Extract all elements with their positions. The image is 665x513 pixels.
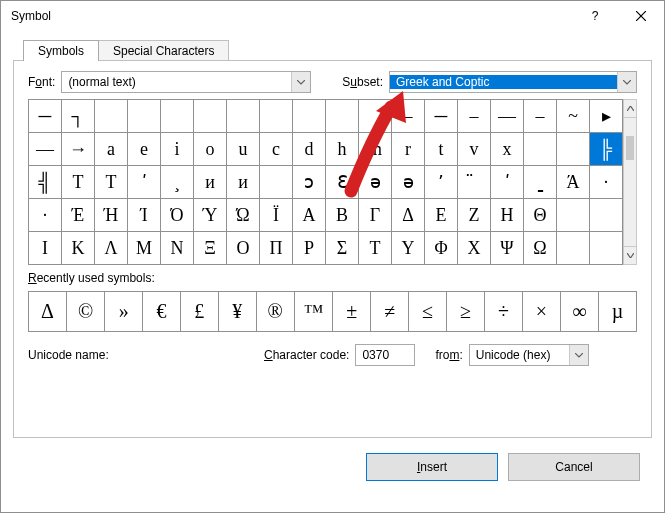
symbol-cell[interactable]: Ύ	[194, 199, 227, 232]
symbol-cell[interactable]: и	[194, 166, 227, 199]
insert-button[interactable]: Insert	[366, 453, 498, 481]
symbol-cell[interactable]: ─	[425, 100, 458, 133]
symbol-cell[interactable]	[590, 232, 623, 265]
symbol-cell[interactable]: ╣	[29, 166, 62, 199]
recent-symbol-cell[interactable]: ®	[256, 292, 294, 332]
symbol-cell[interactable]: и	[227, 166, 260, 199]
symbol-cell[interactable]: Γ	[359, 199, 392, 232]
symbol-cell[interactable]: –	[458, 100, 491, 133]
symbol-cell[interactable]: ·	[590, 166, 623, 199]
symbol-cell[interactable]: Σ	[326, 232, 359, 265]
symbol-cell[interactable]: Ϊ	[260, 199, 293, 232]
symbol-cell[interactable]	[260, 166, 293, 199]
symbol-cell[interactable]: Ξ	[194, 232, 227, 265]
symbol-cell[interactable]: t	[425, 133, 458, 166]
scroll-up-button[interactable]	[624, 100, 636, 118]
symbol-cell[interactable]: Ή	[95, 199, 128, 232]
recent-symbol-cell[interactable]: ≥	[447, 292, 485, 332]
symbol-cell[interactable]: Т	[62, 166, 95, 199]
symbol-cell[interactable]: x	[491, 133, 524, 166]
recent-symbol-cell[interactable]: µ	[598, 292, 636, 332]
symbol-cell[interactable]: –	[524, 100, 557, 133]
symbol-cell[interactable]: —	[29, 133, 62, 166]
symbol-cell[interactable]: Έ	[62, 199, 95, 232]
symbol-cell[interactable]: Α	[293, 199, 326, 232]
recent-symbol-cell[interactable]: ×	[522, 292, 560, 332]
symbol-cell[interactable]: ~	[557, 100, 590, 133]
symbol-cell[interactable]	[227, 100, 260, 133]
recent-symbol-cell[interactable]: €	[143, 292, 181, 332]
symbol-cell[interactable]: Θ	[524, 199, 557, 232]
symbol-cell[interactable]: i	[161, 133, 194, 166]
symbol-cell[interactable]: Τ	[359, 232, 392, 265]
from-select[interactable]: Unicode (hex)	[469, 344, 589, 366]
symbol-cell[interactable]: Ρ	[293, 232, 326, 265]
symbol-cell[interactable]: Ο	[227, 232, 260, 265]
symbol-cell[interactable]: Ό	[161, 199, 194, 232]
symbol-cell[interactable]: ˍ	[524, 166, 557, 199]
symbol-cell[interactable]: Κ	[62, 232, 95, 265]
scroll-down-button[interactable]	[624, 246, 636, 264]
recent-symbols-grid[interactable]: Δ©»€£¥®™±≠≤≥÷×∞µ	[28, 291, 637, 332]
symbol-cell[interactable]	[590, 199, 623, 232]
symbol-cell[interactable]: Η	[491, 199, 524, 232]
symbol-cell[interactable]: —	[491, 100, 524, 133]
symbol-cell[interactable]: v	[458, 133, 491, 166]
symbol-cell[interactable]: Ψ	[491, 232, 524, 265]
symbol-cell[interactable]	[260, 100, 293, 133]
symbol-cell[interactable]: Ί	[128, 199, 161, 232]
recent-symbol-cell[interactable]: ÷	[484, 292, 522, 332]
symbol-cell[interactable]: Χ	[458, 232, 491, 265]
symbol-cell[interactable]: m	[359, 133, 392, 166]
symbol-cell[interactable]: –	[392, 100, 425, 133]
symbol-cell[interactable]: o	[194, 133, 227, 166]
recent-symbol-cell[interactable]: ©	[67, 292, 105, 332]
symbol-cell[interactable]	[128, 100, 161, 133]
recent-symbol-cell[interactable]: ±	[333, 292, 371, 332]
recent-symbol-cell[interactable]: ≤	[409, 292, 447, 332]
symbol-cell[interactable]: r	[392, 133, 425, 166]
symbol-cell[interactable]: ▸	[590, 100, 623, 133]
recent-symbol-cell[interactable]: ∞	[560, 292, 598, 332]
symbol-cell[interactable]: ə	[359, 166, 392, 199]
recent-symbol-cell[interactable]: Δ	[29, 292, 67, 332]
symbol-cell[interactable]: Ώ	[227, 199, 260, 232]
symbol-cell[interactable]: d	[293, 133, 326, 166]
symbol-cell[interactable]: ̈	[458, 166, 491, 199]
recent-symbol-cell[interactable]: ≠	[371, 292, 409, 332]
symbol-cell[interactable]	[359, 100, 392, 133]
symbol-cell[interactable]: Ε	[425, 199, 458, 232]
cancel-button[interactable]: Cancel	[508, 453, 640, 481]
symbol-cell[interactable]: T	[95, 166, 128, 199]
symbol-cell[interactable]: ʹ	[491, 166, 524, 199]
symbol-cell[interactable]: ə	[392, 166, 425, 199]
symbol-grid[interactable]: ─┐ –─–—–~▸—→aeioucdhmrtvx╠╣ТTʹ¸ии ɔƐəəʼ̈…	[28, 99, 623, 265]
symbol-cell[interactable]	[524, 133, 557, 166]
symbol-cell[interactable]: Λ	[95, 232, 128, 265]
symbol-cell[interactable]: Ɛ	[326, 166, 359, 199]
tab-special-characters[interactable]: Special Characters	[98, 40, 229, 61]
help-button[interactable]: ?	[572, 1, 618, 31]
symbol-cell[interactable]	[326, 100, 359, 133]
symbol-cell[interactable]: Ι	[29, 232, 62, 265]
symbol-cell[interactable]: h	[326, 133, 359, 166]
tab-symbols[interactable]: Symbols	[23, 40, 99, 61]
symbol-cell[interactable]: →	[62, 133, 95, 166]
symbol-cell[interactable]	[293, 100, 326, 133]
symbol-cell[interactable]	[557, 133, 590, 166]
symbol-cell[interactable]: ─	[29, 100, 62, 133]
symbol-cell[interactable]: ¸	[161, 166, 194, 199]
symbol-cell[interactable]: ╠	[590, 133, 623, 166]
recent-symbol-cell[interactable]: ™	[294, 292, 333, 332]
subset-select[interactable]: Greek and Coptic	[389, 71, 637, 93]
grid-scrollbar[interactable]	[623, 99, 637, 265]
symbol-cell[interactable]: ɔ	[293, 166, 326, 199]
recent-symbol-cell[interactable]: ¥	[218, 292, 256, 332]
symbol-cell[interactable]: Δ	[392, 199, 425, 232]
scroll-thumb[interactable]	[626, 136, 634, 160]
symbol-cell[interactable]: Ά	[557, 166, 590, 199]
symbol-cell[interactable]: Υ	[392, 232, 425, 265]
recent-symbol-cell[interactable]: £	[180, 292, 218, 332]
recent-symbol-cell[interactable]: »	[105, 292, 143, 332]
symbol-cell[interactable]: Π	[260, 232, 293, 265]
